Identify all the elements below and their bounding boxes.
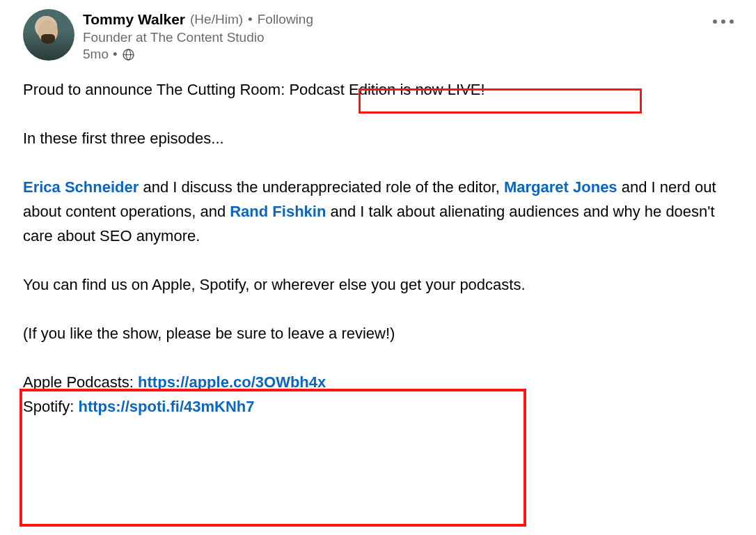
follow-status[interactable]: Following [258, 10, 313, 29]
post-paragraph: (If you like the show, please be sure to… [23, 321, 733, 419]
separator-dot: • [113, 47, 118, 62]
post-text: and I discuss the underappreciated role … [139, 178, 504, 196]
post-paragraph: You can find us on Apple, Spotify, or wh… [23, 272, 733, 297]
time-visibility-row: 5mo • [83, 47, 733, 62]
author-pronouns: (He/Him) [190, 10, 243, 29]
apple-podcasts-link[interactable]: https://apple.co/3OWbh4x [138, 373, 326, 391]
author-info: Tommy Walker (He/Him) • Following Founde… [83, 9, 733, 62]
post-text: Proud to announce The Cutting Room: [23, 81, 289, 98]
author-headline: Founder at The Content Studio [83, 30, 733, 45]
mention-link[interactable]: Margaret Jones [504, 178, 617, 196]
separator-dot: • [248, 10, 253, 29]
post-time: 5mo [83, 47, 109, 62]
post-header: Tommy Walker (He/Him) • Following Founde… [23, 9, 733, 62]
globe-icon [122, 48, 135, 61]
post-paragraph: Erica Schneider and I discuss the undera… [23, 175, 733, 248]
post-text: In these first three episodes... [23, 130, 224, 147]
post-paragraph: In these first three episodes... [23, 126, 733, 150]
post-text: You can find us on Apple, Spotify, or wh… [23, 276, 526, 293]
author-name[interactable]: Tommy Walker [83, 10, 185, 29]
post-paragraph: Proud to announce The Cutting Room: Podc… [23, 77, 733, 102]
post-text-highlighted: Podcast Edition is now LIVE! [289, 81, 485, 98]
mention-link[interactable]: Erica Schneider [23, 178, 139, 196]
author-avatar[interactable] [23, 9, 74, 61]
author-name-line: Tommy Walker (He/Him) • Following [83, 10, 733, 29]
ellipsis-icon [713, 20, 734, 24]
post-content: Proud to announce The Cutting Room: Podc… [23, 77, 733, 419]
spotify-link[interactable]: https://spoti.fi/43mKNh7 [78, 398, 254, 415]
post-text: (If you like the show, please be sure to… [23, 325, 395, 342]
spotify-label: Spotify: [23, 398, 78, 415]
apple-label: Apple Podcasts: [23, 373, 138, 391]
mention-link[interactable]: Rand Fishkin [230, 203, 326, 220]
more-options-button[interactable] [709, 13, 737, 30]
